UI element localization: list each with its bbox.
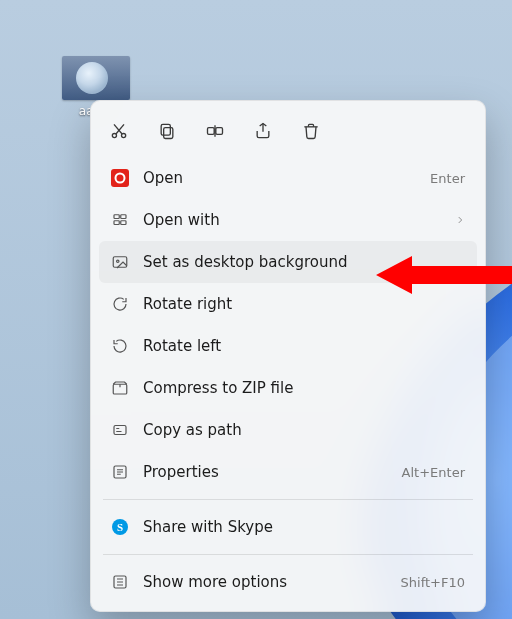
svg-rect-6 — [111, 169, 129, 187]
menu-open-shortcut: Enter — [430, 171, 465, 186]
more-options-icon — [111, 573, 129, 591]
menu-compress-zip[interactable]: Compress to ZIP file — [99, 367, 477, 409]
svg-rect-4 — [208, 128, 215, 135]
menu-rotate-left[interactable]: Rotate left — [99, 325, 477, 367]
share-icon — [253, 121, 273, 141]
menu-properties-shortcut: Alt+Enter — [402, 465, 465, 480]
file-thumbnail — [62, 56, 130, 100]
menu-open-with-label: Open with — [143, 211, 441, 229]
rotate-left-icon — [111, 337, 129, 355]
menu-rotate-right-label: Rotate right — [143, 295, 465, 313]
menu-compress-label: Compress to ZIP file — [143, 379, 465, 397]
svg-point-0 — [112, 134, 116, 138]
menu-separator — [103, 554, 473, 555]
menu-show-more-label: Show more options — [143, 573, 387, 591]
menu-share-skype[interactable]: S Share with Skype — [99, 506, 477, 548]
copy-button[interactable] — [155, 119, 179, 143]
properties-icon — [111, 463, 129, 481]
menu-properties[interactable]: Properties Alt+Enter — [99, 451, 477, 493]
menu-rotate-right[interactable]: Rotate right — [99, 283, 477, 325]
rotate-right-icon — [111, 295, 129, 313]
skype-icon: S — [111, 518, 129, 536]
svg-rect-11 — [121, 221, 126, 225]
menu-set-bg-label: Set as desktop background — [143, 253, 465, 271]
zip-icon — [111, 379, 129, 397]
svg-rect-5 — [216, 128, 223, 135]
copy-path-icon — [111, 421, 129, 439]
menu-open[interactable]: Open Enter — [99, 157, 477, 199]
menu-open-label: Open — [143, 169, 416, 187]
svg-rect-3 — [161, 124, 170, 135]
svg-rect-9 — [121, 215, 126, 219]
menu-open-with[interactable]: Open with — [99, 199, 477, 241]
menu-separator — [103, 499, 473, 500]
rename-button[interactable] — [203, 119, 227, 143]
chevron-right-icon — [455, 213, 465, 228]
delete-button[interactable] — [299, 119, 323, 143]
delete-icon — [301, 121, 321, 141]
menu-properties-label: Properties — [143, 463, 388, 481]
menu-copy-path[interactable]: Copy as path — [99, 409, 477, 451]
menu-show-more-shortcut: Shift+F10 — [401, 575, 465, 590]
svg-rect-10 — [114, 221, 119, 225]
open-with-icon — [111, 211, 129, 229]
cut-icon — [109, 121, 129, 141]
context-menu: Open Enter Open with Set as desktop back… — [90, 100, 486, 612]
menu-rotate-left-label: Rotate left — [143, 337, 465, 355]
svg-rect-8 — [114, 215, 119, 219]
rename-icon — [205, 121, 225, 141]
context-toolbar — [99, 109, 477, 157]
menu-share-skype-label: Share with Skype — [143, 518, 465, 536]
cut-button[interactable] — [107, 119, 131, 143]
svg-text:S: S — [117, 521, 123, 533]
menu-set-desktop-background[interactable]: Set as desktop background — [99, 241, 477, 283]
share-button[interactable] — [251, 119, 275, 143]
svg-rect-15 — [114, 426, 126, 435]
app-icon — [111, 169, 129, 187]
picture-icon — [111, 253, 129, 271]
copy-icon — [157, 121, 177, 141]
svg-point-1 — [122, 134, 126, 138]
menu-copy-path-label: Copy as path — [143, 421, 465, 439]
menu-show-more-options[interactable]: Show more options Shift+F10 — [99, 561, 477, 603]
svg-rect-2 — [164, 128, 173, 139]
svg-point-13 — [117, 260, 119, 262]
